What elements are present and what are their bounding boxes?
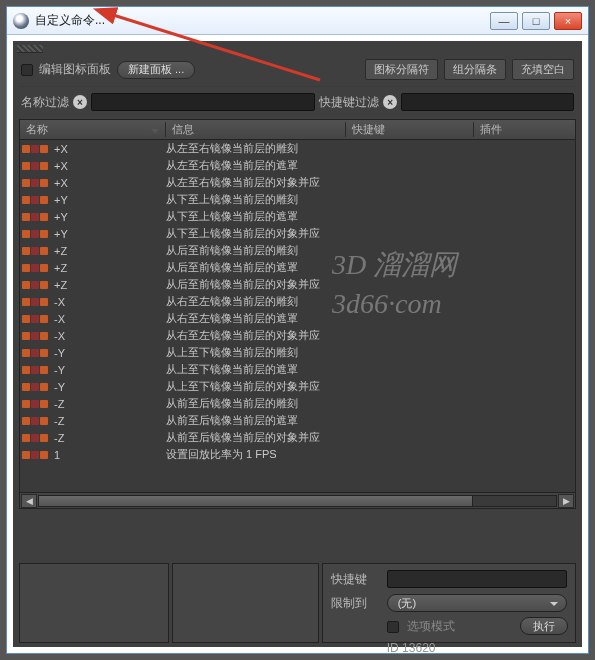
filter-row: 名称过滤 × 快捷键过滤 ×: [13, 89, 582, 115]
table-row[interactable]: -Y从上至下镜像当前层的雕刻: [20, 344, 575, 361]
table-body: +X从左至右镜像当前层的雕刻+X从左至右镜像当前层的遮罩+X从左至右镜像当前层的…: [20, 140, 575, 492]
row-name: +X: [52, 143, 166, 155]
row-name: +Z: [52, 279, 166, 291]
name-filter-input[interactable]: [91, 93, 315, 111]
shortcut-input[interactable]: [387, 570, 567, 588]
table-row[interactable]: -X从右至左镜像当前层的对象并应: [20, 327, 575, 344]
row-name: -X: [52, 296, 166, 308]
table-row[interactable]: +Y从下至上镜像当前层的遮罩: [20, 208, 575, 225]
row-icon: [40, 315, 48, 323]
row-icons: [20, 451, 52, 459]
row-icon: [22, 349, 30, 357]
row-icons: [20, 366, 52, 374]
close-button[interactable]: ×: [554, 12, 582, 30]
table-row[interactable]: +Z从后至前镜像当前层的雕刻: [20, 242, 575, 259]
column-info[interactable]: 信息: [166, 122, 346, 137]
option-mode-checkbox[interactable]: [387, 621, 399, 633]
row-icons: [20, 179, 52, 187]
scroll-track[interactable]: [38, 495, 557, 507]
limit-select-value: (无): [398, 596, 416, 611]
horizontal-scrollbar[interactable]: ◀ ▶: [20, 492, 575, 508]
row-icon: [40, 145, 48, 153]
row-icons: [20, 315, 52, 323]
shortcut-filter-clear-icon[interactable]: ×: [383, 95, 397, 109]
row-icon: [31, 247, 39, 255]
table-row[interactable]: +X从左至右镜像当前层的对象并应: [20, 174, 575, 191]
limit-select[interactable]: (无): [387, 594, 567, 612]
row-icon: [31, 213, 39, 221]
shortcut-filter-label: 快捷键过滤: [319, 94, 379, 111]
app-icon: [13, 13, 29, 29]
shortcut-filter-input[interactable]: [401, 93, 574, 111]
shortcut-field-label: 快捷键: [331, 571, 379, 588]
edit-icons-checkbox[interactable]: [21, 64, 33, 76]
panel-grip[interactable]: [17, 45, 43, 53]
scroll-left-icon[interactable]: ◀: [21, 494, 37, 508]
row-icon: [22, 264, 30, 272]
row-name: +Y: [52, 228, 166, 240]
minimize-button[interactable]: —: [490, 12, 518, 30]
row-info: 从下至上镜像当前层的对象并应: [166, 226, 346, 241]
id-label: ID 13620: [387, 641, 436, 655]
row-info: 从左至右镜像当前层的遮罩: [166, 158, 346, 173]
maximize-button[interactable]: □: [522, 12, 550, 30]
row-name: +X: [52, 177, 166, 189]
table-row[interactable]: -Y从上至下镜像当前层的对象并应: [20, 378, 575, 395]
window-title: 自定义命令...: [35, 12, 490, 29]
table-row[interactable]: -X从右至左镜像当前层的雕刻: [20, 293, 575, 310]
row-icons: [20, 196, 52, 204]
table-row[interactable]: +X从左至右镜像当前层的雕刻: [20, 140, 575, 157]
row-info: 从后至前镜像当前层的遮罩: [166, 260, 346, 275]
table-row[interactable]: +Y从下至上镜像当前层的雕刻: [20, 191, 575, 208]
row-icon: [22, 196, 30, 204]
row-icons: [20, 247, 52, 255]
table-row[interactable]: +Z从后至前镜像当前层的遮罩: [20, 259, 575, 276]
detail-panel: 快捷键 限制到 (无) 选项模式 ID 13620: [19, 563, 576, 643]
table-row[interactable]: -X从右至左镜像当前层的遮罩: [20, 310, 575, 327]
row-info: 从下至上镜像当前层的雕刻: [166, 192, 346, 207]
row-icon: [40, 298, 48, 306]
icon-separator-button[interactable]: 图标分隔符: [365, 59, 438, 80]
row-info: 从前至后镜像当前层的雕刻: [166, 396, 346, 411]
row-icon: [22, 162, 30, 170]
row-info: 从左至右镜像当前层的雕刻: [166, 141, 346, 156]
table-row[interactable]: -Z从前至后镜像当前层的遮罩: [20, 412, 575, 429]
name-filter-clear-icon[interactable]: ×: [73, 95, 87, 109]
table-row[interactable]: +Y从下至上镜像当前层的对象并应: [20, 225, 575, 242]
column-plugin[interactable]: 插件: [474, 122, 575, 137]
scroll-right-icon[interactable]: ▶: [558, 494, 574, 508]
row-icon: [40, 179, 48, 187]
row-icon: [40, 349, 48, 357]
table-row[interactable]: +X从左至右镜像当前层的遮罩: [20, 157, 575, 174]
row-icons: [20, 434, 52, 442]
table-row[interactable]: -Y从上至下镜像当前层的遮罩: [20, 361, 575, 378]
row-icon: [22, 332, 30, 340]
column-name[interactable]: 名称: [20, 122, 166, 137]
row-icon: [40, 434, 48, 442]
table-row[interactable]: +Z从后至前镜像当前层的对象并应: [20, 276, 575, 293]
row-icon: [31, 451, 39, 459]
scroll-thumb[interactable]: [39, 496, 473, 506]
row-icon: [31, 383, 39, 391]
row-icon: [31, 264, 39, 272]
row-name: -Z: [52, 432, 166, 444]
table-row[interactable]: 1设置回放比率为 1 FPS: [20, 446, 575, 463]
row-icons: [20, 162, 52, 170]
detail-pane-right: 快捷键 限制到 (无) 选项模式 ID 13620: [322, 563, 576, 643]
name-filter-label: 名称过滤: [21, 94, 69, 111]
table-row[interactable]: -Z从前至后镜像当前层的对象并应: [20, 429, 575, 446]
row-icon: [22, 451, 30, 459]
execute-button[interactable]: 执行: [520, 617, 568, 635]
row-icon: [22, 298, 30, 306]
group-separator-button[interactable]: 组分隔条: [444, 59, 506, 80]
new-panel-button[interactable]: 新建面板 ...: [117, 61, 195, 79]
row-info: 从左至右镜像当前层的对象并应: [166, 175, 346, 190]
row-info: 从前至后镜像当前层的遮罩: [166, 413, 346, 428]
row-icon: [31, 366, 39, 374]
table-row[interactable]: -Z从前至后镜像当前层的雕刻: [20, 395, 575, 412]
fill-blank-button[interactable]: 充填空白: [512, 59, 574, 80]
column-shortcut[interactable]: 快捷键: [346, 122, 474, 137]
title-bar[interactable]: 自定义命令... — □ ×: [7, 7, 588, 35]
row-icon: [40, 213, 48, 221]
row-icon: [40, 281, 48, 289]
